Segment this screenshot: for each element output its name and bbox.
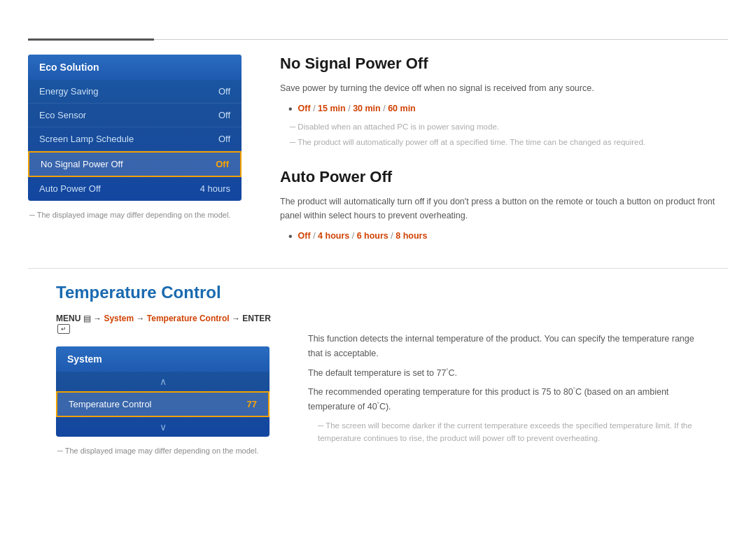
menu-label: MENU [56, 314, 80, 323]
bottom-right: This function detects the internal tempe… [308, 283, 700, 455]
menu-item-no-signal[interactable]: No Signal Power Off Off [28, 151, 241, 177]
arrow-down-row: ∨ [56, 417, 270, 437]
auto-power-8h: 8 hours [396, 231, 427, 241]
bottom-left: Temperature Control MENU ▤ → System → Te… [56, 283, 280, 455]
path-arrow2: → [136, 314, 146, 323]
no-signal-bullet: • Off / 15 min / 30 min / 60 min [280, 102, 728, 117]
no-signal-note-1: Disabled when an attached PC is in power… [280, 121, 728, 133]
auto-power-off: Off [298, 231, 311, 241]
auto-power-section: Auto Power Off The product will automati… [280, 168, 728, 244]
menu-icon: ▤ [83, 314, 91, 323]
temp-desc-2: The default temperature is set to 77°C. [308, 366, 700, 381]
page-container: Eco Solution Energy Saving Off Eco Senso… [0, 0, 756, 455]
no-signal-off: Off [298, 104, 311, 113]
menu-item-screen-lamp[interactable]: Screen Lamp Schedule Off [28, 127, 241, 151]
footer-note-1: The displayed image may differ depending… [28, 211, 252, 219]
bullet-dot-2: • [288, 230, 293, 244]
auto-power-options: Off / 4 hours / 6 hours / 8 hours [298, 230, 428, 243]
system-temp-item[interactable]: Temperature Control 77 [56, 391, 270, 417]
screen-lamp-value: Off [218, 134, 230, 144]
temp-desc-3: The recommended operating temperature fo… [308, 385, 700, 415]
auto-power-title: Auto Power Off [280, 168, 728, 186]
no-signal-label: No Signal Power Off [41, 159, 123, 169]
temp-desc-1: This function detects the internal tempe… [308, 332, 700, 362]
menu-path: MENU ▤ → System → Temperature Control → … [56, 314, 280, 334]
no-signal-desc: Save power by turning the device off whe… [280, 81, 728, 95]
auto-power-bullet: • Off / 4 hours / 6 hours / 8 hours [280, 230, 728, 244]
no-signal-options: Off / 15 min / 30 min / 60 min [298, 102, 416, 115]
temp-title: Temperature Control [56, 283, 280, 302]
no-signal-60min: 60 min [388, 104, 416, 113]
no-signal-30min: 30 min [353, 104, 381, 113]
arrow-up-row: ∧ [56, 372, 270, 391]
main-content: Eco Solution Energy Saving Off Eco Senso… [0, 41, 756, 248]
bullet-dot-1: • [288, 102, 293, 117]
left-panel: Eco Solution Energy Saving Off Eco Senso… [28, 55, 252, 248]
no-signal-section: No Signal Power Off Save power by turnin… [280, 55, 728, 148]
eco-solution-header: Eco Solution [28, 55, 241, 80]
eco-sensor-value: Off [218, 110, 230, 120]
auto-power-4h: 4 hours [318, 231, 349, 241]
enter-icon: ↵ [57, 324, 70, 334]
auto-power-6h: 6 hours [357, 231, 388, 241]
path-arrow3: → [232, 314, 242, 323]
system-header: System [56, 346, 270, 372]
divider-light [154, 39, 728, 40]
path-arrow1: → [93, 314, 104, 323]
energy-saving-value: Off [218, 86, 230, 97]
auto-power-label: Auto Power Off [39, 183, 101, 194]
auto-power-desc: The product will automatically turn off … [280, 195, 728, 223]
temp-control-label: Temperature Control [69, 399, 152, 409]
bottom-area: Temperature Control MENU ▤ → System → Te… [28, 283, 728, 455]
arrow-down-icon: ∨ [160, 421, 167, 433]
system-label: System [104, 314, 134, 323]
eco-sensor-label: Eco Sensor [39, 110, 86, 120]
footer-note-2: The displayed image may differ depending… [56, 447, 280, 455]
no-signal-value: Off [216, 159, 229, 169]
eco-solution-menu-box: Eco Solution Energy Saving Off Eco Senso… [28, 55, 241, 201]
right-panel: No Signal Power Off Save power by turnin… [280, 55, 728, 248]
arrow-up-icon: ∧ [160, 376, 167, 387]
no-signal-15min: 15 min [318, 104, 346, 113]
no-signal-note-2: The product will automatically power off… [280, 136, 728, 148]
temp-control-value: 77 [247, 399, 257, 409]
control-label: Temperature Control [147, 314, 230, 323]
menu-item-auto-power[interactable]: Auto Power Off 4 hours [28, 177, 241, 201]
auto-power-value: 4 hours [200, 183, 230, 194]
enter-label: ENTER [242, 314, 271, 323]
system-menu-box: System ∧ Temperature Control 77 ∨ [56, 346, 270, 437]
menu-item-energy-saving[interactable]: Energy Saving Off [28, 80, 241, 104]
no-signal-title: No Signal Power Off [280, 55, 728, 73]
temperature-section: Temperature Control MENU ▤ → System → Te… [0, 269, 756, 455]
energy-saving-label: Energy Saving [39, 86, 99, 97]
screen-lamp-label: Screen Lamp Schedule [39, 134, 134, 144]
menu-item-eco-sensor[interactable]: Eco Sensor Off [28, 104, 241, 127]
temp-note: The screen will become darker if the cur… [308, 419, 700, 445]
